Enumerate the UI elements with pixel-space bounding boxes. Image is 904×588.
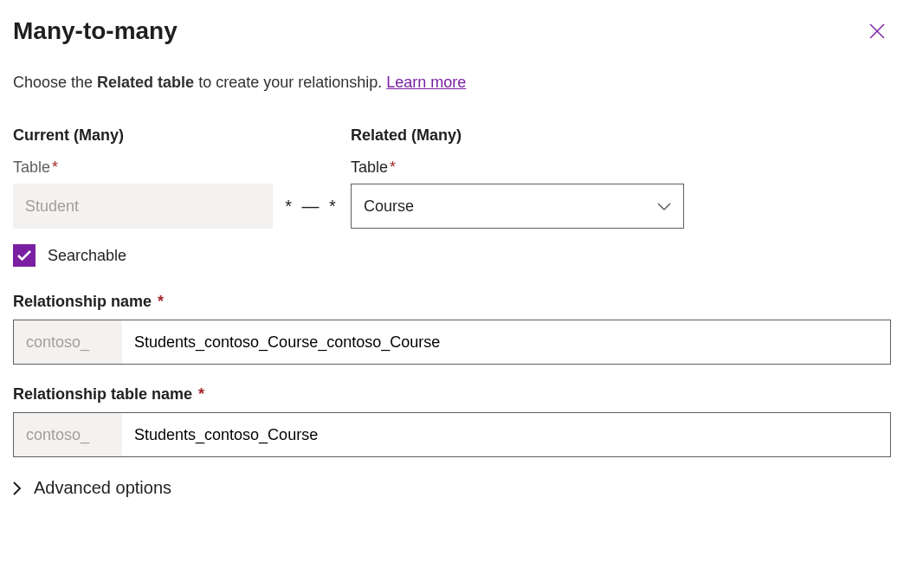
- advanced-options-label: Advanced options: [34, 478, 171, 498]
- dialog-title: Many-to-many: [13, 17, 178, 45]
- check-icon: [17, 250, 31, 261]
- relationship-table-name-field: contoso_: [13, 412, 891, 457]
- related-heading: Related (Many): [351, 126, 684, 145]
- learn-more-link[interactable]: Learn more: [386, 74, 466, 91]
- relationship-table-name-label: Relationship table name *: [13, 385, 891, 404]
- related-table-dropdown[interactable]: Course: [351, 184, 684, 229]
- relationship-name-label: Relationship name *: [13, 293, 891, 311]
- related-table-label: Table*: [351, 158, 684, 177]
- current-heading: Current (Many): [13, 126, 273, 145]
- searchable-checkbox[interactable]: [13, 244, 36, 267]
- close-icon: [868, 23, 886, 40]
- searchable-label: Searchable: [48, 247, 126, 265]
- related-table-value: Course: [364, 197, 414, 216]
- close-button[interactable]: [863, 17, 891, 48]
- intro-text: Choose the Related table to create your …: [13, 74, 891, 92]
- relationship-connector: * — *: [273, 197, 351, 229]
- relationship-table-name-prefix: contoso_: [14, 413, 122, 456]
- advanced-options-toggle[interactable]: Advanced options: [13, 478, 891, 498]
- chevron-right-icon: [13, 481, 22, 495]
- current-table-field: [13, 184, 273, 229]
- relationship-name-prefix: contoso_: [14, 320, 122, 364]
- relationship-name-input[interactable]: [122, 320, 890, 364]
- chevron-down-icon: [657, 197, 671, 216]
- relationship-name-field: contoso_: [13, 320, 891, 365]
- current-table-label: Table*: [13, 158, 273, 177]
- relationship-table-name-input[interactable]: [122, 413, 890, 456]
